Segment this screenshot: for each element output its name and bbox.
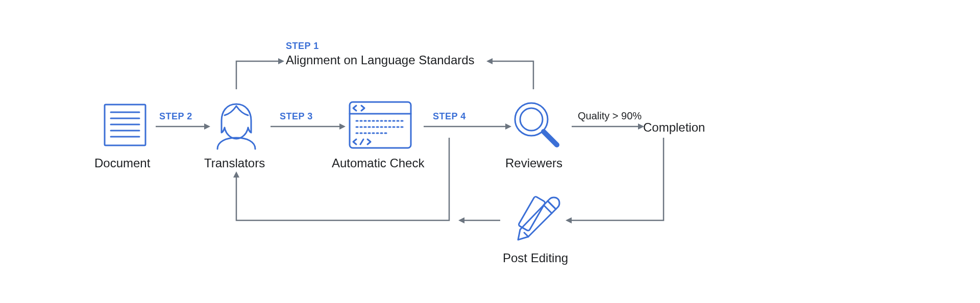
code-window-icon	[347, 99, 413, 150]
svg-rect-10	[350, 102, 411, 148]
completion-label: Completion	[643, 120, 705, 135]
pencil-icon-alt	[508, 193, 564, 249]
svg-point-17	[520, 108, 543, 131]
diagram-stage: Document Translators Automatic Check Rev…	[0, 0, 980, 303]
autocheck-label: Automatic Check	[332, 156, 424, 170]
reviewers-label: Reviewers	[505, 156, 562, 170]
step3-tag: STEP 3	[280, 111, 313, 122]
postedit-label: Post Editing	[503, 251, 568, 265]
step4-tag: STEP 4	[433, 111, 466, 122]
magnifier-icon	[507, 97, 563, 153]
document-label: Document	[94, 156, 150, 170]
quality-condition: Quality > 90%	[578, 110, 642, 122]
svg-line-22	[524, 233, 528, 237]
svg-line-21	[544, 205, 552, 213]
translators-label: Translators	[204, 156, 265, 170]
step1-title: Alignment on Language Standards	[286, 53, 475, 67]
step2-tag: STEP 2	[159, 111, 192, 122]
step1-tag: STEP 1	[286, 41, 319, 52]
svg-line-18	[544, 132, 557, 145]
translator-icon	[208, 97, 264, 153]
arrows-layer	[0, 0, 980, 303]
document-icon	[100, 99, 151, 150]
svg-line-15	[360, 139, 363, 144]
